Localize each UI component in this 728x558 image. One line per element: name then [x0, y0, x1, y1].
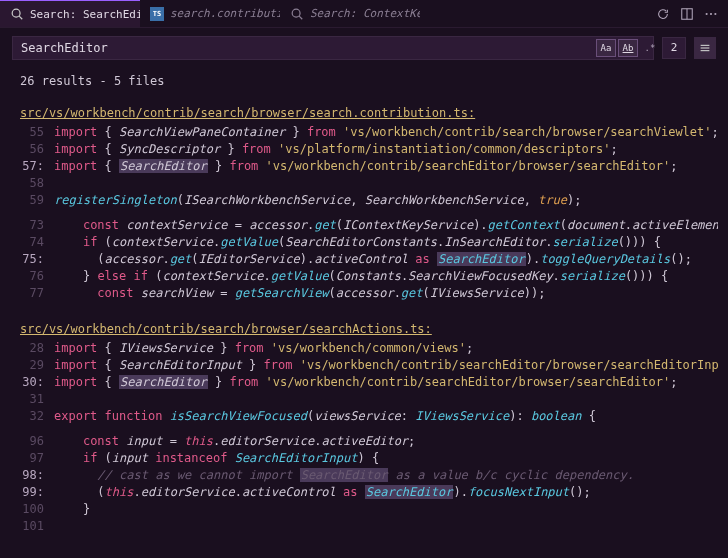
line-number: 59 [20, 192, 54, 209]
code-content: export function isSearchViewFocused(view… [54, 408, 718, 425]
search-icon [10, 7, 24, 21]
code-content: } [54, 501, 718, 518]
search-input[interactable] [12, 36, 654, 60]
svg-line-1 [19, 16, 22, 19]
match-case-button[interactable]: Aa [596, 39, 616, 57]
tab-search-editor[interactable]: Search: SearchEdi... [0, 0, 140, 27]
result-line[interactable]: 57:import { SearchEditor } from 'vs/work… [20, 158, 718, 175]
line-number: 97 [20, 450, 54, 467]
regex-button[interactable]: .* [640, 39, 660, 57]
search-options: Aa Ab .* [596, 39, 660, 57]
tab-label: Search: ContextKey [310, 7, 420, 20]
code-content [54, 391, 718, 408]
line-number: 30: [20, 374, 54, 391]
code-content: registerSingleton(ISearchWorkbenchServic… [54, 192, 718, 209]
result-line[interactable]: 56import { SyncDescriptor } from 'vs/pla… [20, 141, 718, 158]
line-number: 98: [20, 467, 54, 484]
line-number: 56 [20, 141, 54, 158]
line-number: 75: [20, 251, 54, 268]
file-path-header[interactable]: src/vs/workbench/contrib/search/browser/… [20, 106, 718, 120]
code-content: (accessor.get(IEditorService).activeCont… [54, 251, 718, 268]
result-line[interactable]: 29import { SearchEditorInput } from 'vs/… [20, 357, 718, 374]
result-line[interactable]: 100 } [20, 501, 718, 518]
svg-point-7 [710, 12, 712, 14]
code-content: import { SearchEditor } from 'vs/workben… [54, 158, 718, 175]
result-line[interactable]: 30:import { SearchEditor } from 'vs/work… [20, 374, 718, 391]
file-path-header[interactable]: src/vs/workbench/contrib/search/browser/… [20, 322, 718, 336]
ts-file-icon: TS [150, 7, 164, 21]
code-content: import { SyncDescriptor } from 'vs/platf… [54, 141, 718, 158]
result-line[interactable]: 96 const input = this.editorService.acti… [20, 433, 718, 450]
result-line[interactable]: 77 const searchView = getSearchView(acce… [20, 285, 718, 302]
result-line[interactable]: 32export function isSearchViewFocused(vi… [20, 408, 718, 425]
line-number: 55 [20, 124, 54, 141]
line-number: 100 [20, 501, 54, 518]
line-number: 31 [20, 391, 54, 408]
result-line[interactable]: 76 } else if (contextService.getValue(Co… [20, 268, 718, 285]
code-content: const searchView = getSearchView(accesso… [54, 285, 718, 302]
svg-point-0 [12, 9, 20, 17]
code-content: if (contextService.getValue(SearchEditor… [54, 234, 718, 251]
line-number: 96 [20, 433, 54, 450]
refresh-icon[interactable] [656, 7, 670, 21]
result-line[interactable]: 101 [20, 518, 718, 535]
line-number: 58 [20, 175, 54, 192]
result-line[interactable]: 28import { IViewsService } from 'vs/work… [20, 340, 718, 357]
result-line[interactable]: 99: (this.editorService.activeControl as… [20, 484, 718, 501]
code-content [54, 518, 718, 535]
context-lines-input[interactable]: 2 [662, 37, 686, 59]
svg-point-2 [292, 9, 300, 17]
code-content: // cast as we cannot import SearchEditor… [54, 467, 718, 484]
result-line[interactable]: 75: (accessor.get(IEditorService).active… [20, 251, 718, 268]
tab-actions [646, 0, 728, 27]
hamburger-icon [698, 41, 712, 55]
svg-point-6 [706, 12, 708, 14]
code-content: import { SearchViewPaneContainer } from … [54, 124, 718, 141]
code-content [54, 175, 718, 192]
tab-label: Search: SearchEdi... [30, 8, 140, 21]
line-number: 28 [20, 340, 54, 357]
tab-search-contextkey[interactable]: Search: ContextKey [280, 0, 420, 27]
code-content: import { SearchEditorInput } from 'vs/wo… [54, 357, 718, 374]
result-line[interactable]: 73 const contextService = accessor.get(I… [20, 217, 718, 234]
results-panel: src/vs/workbench/contrib/search/browser/… [0, 106, 728, 545]
line-number: 29 [20, 357, 54, 374]
toggle-details-button[interactable] [694, 37, 716, 59]
svg-point-8 [714, 12, 716, 14]
result-line[interactable]: 74 if (contextService.getValue(SearchEdi… [20, 234, 718, 251]
code-content: (this.editorService.activeControl as Sea… [54, 484, 718, 501]
more-icon[interactable] [704, 7, 718, 21]
code-content: if (input instanceof SearchEditorInput) … [54, 450, 718, 467]
whole-word-button[interactable]: Ab [618, 39, 638, 57]
code-content: } else if (contextService.getValue(Const… [54, 268, 718, 285]
code-content: const input = this.editorService.activeE… [54, 433, 718, 450]
result-line[interactable]: 98: // cast as we cannot import SearchEd… [20, 467, 718, 484]
result-line[interactable]: 97 if (input instanceof SearchEditorInpu… [20, 450, 718, 467]
tab-label: search.contribution.ts [170, 7, 280, 20]
line-number: 32 [20, 408, 54, 425]
result-line[interactable]: 58 [20, 175, 718, 192]
result-line[interactable]: 59registerSingleton(ISearchWorkbenchServ… [20, 192, 718, 209]
search-bar: Aa Ab .* 2 [12, 36, 716, 60]
search-icon [290, 7, 304, 21]
line-number: 77 [20, 285, 54, 302]
results-summary: 26 results - 5 files [0, 66, 728, 98]
code-content: import { SearchEditor } from 'vs/workben… [54, 374, 718, 391]
line-number: 57: [20, 158, 54, 175]
line-number: 101 [20, 518, 54, 535]
line-number: 74 [20, 234, 54, 251]
code-content: import { IViewsService } from 'vs/workbe… [54, 340, 718, 357]
tab-contribution-ts[interactable]: TS search.contribution.ts [140, 0, 280, 27]
code-content: const contextService = accessor.get(ICon… [54, 217, 718, 234]
split-editor-icon[interactable] [680, 7, 694, 21]
result-line[interactable]: 55import { SearchViewPaneContainer } fro… [20, 124, 718, 141]
line-number: 76 [20, 268, 54, 285]
result-line[interactable]: 31 [20, 391, 718, 408]
svg-line-3 [299, 16, 302, 19]
tab-bar: Search: SearchEdi... TS search.contribut… [0, 0, 728, 28]
line-number: 99: [20, 484, 54, 501]
line-number: 73 [20, 217, 54, 234]
